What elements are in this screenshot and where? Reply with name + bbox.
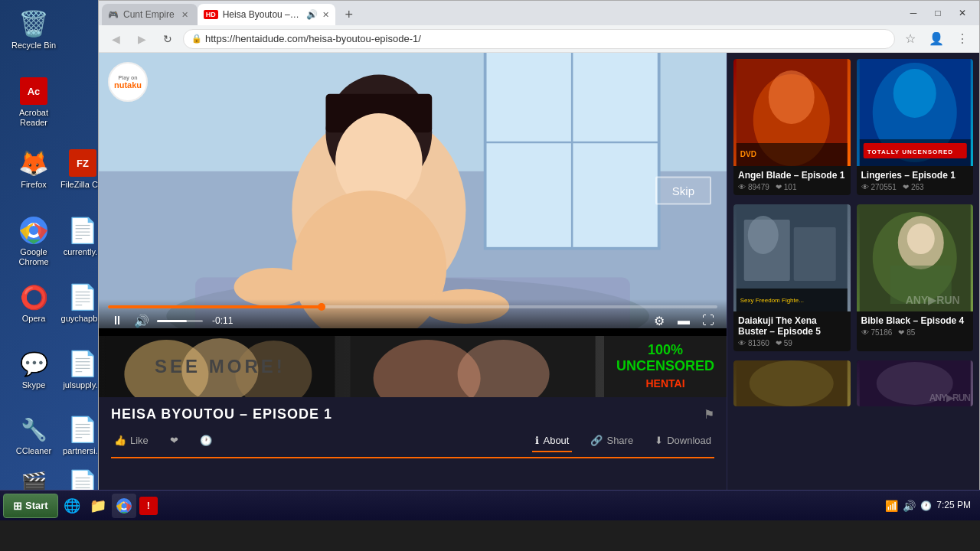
bookmark-button[interactable]: ☆ <box>900 28 921 50</box>
profile-button[interactable]: 👤 <box>926 28 947 50</box>
bible-black-stats: 👁 75186 ❤ 85 <box>861 328 969 337</box>
desktop: 🗑️ Recycle Bin Ac Acrobat Reader 🦊 Firef… <box>0 0 980 520</box>
start-label: Start <box>25 500 48 511</box>
svg-text:DVD: DVD <box>740 150 756 158</box>
like-button[interactable]: 👍 Like <box>111 430 152 451</box>
angel-blade-likes: ❤ 101 <box>776 183 797 191</box>
share-icon: 🔗 <box>590 435 603 446</box>
angel-blade-title: Angel Blade – Episode 1 <box>738 170 846 181</box>
download-tab[interactable]: ⬇ Download <box>652 430 714 451</box>
ccleaner-label: CCleaner <box>16 446 51 456</box>
progress-bar[interactable] <box>108 305 717 308</box>
svg-point-38 <box>748 216 779 254</box>
desktop-icon-acrobat[interactable]: Ac Acrobat Reader <box>3 73 64 130</box>
opera-label: Opera <box>22 314 46 324</box>
fullscreen-button[interactable]: ⛶ <box>699 311 717 330</box>
tray-time[interactable]: 7:25 PM <box>936 500 971 512</box>
url-bar[interactable]: 🔒 https://hentaidude.com/heisa-byoutou-e… <box>183 29 895 49</box>
sidebar-card-lingeries[interactable]: TOTALLY UNCENSORED Lingeries – Episode 1… <box>857 59 974 195</box>
svg-point-44 <box>906 223 934 254</box>
flag-button[interactable]: ⚑ <box>704 407 714 422</box>
heart-icon: ❤ <box>170 435 178 446</box>
sidebar-card-extra2[interactable]: ANY▶RUN <box>857 360 974 406</box>
sidebar-card-extra1[interactable] <box>733 360 851 406</box>
partnersi-label: partnersi... <box>63 446 103 456</box>
uncensored-label: 100%UNCENSOREDHENTAI <box>616 342 714 392</box>
taskbar-chrome-button[interactable] <box>112 494 136 518</box>
sidebar-row-1: DVD Angel Blade – Episode 1 👁 89479 ❤ 10… <box>733 59 973 195</box>
close-button[interactable]: ✕ <box>952 5 973 21</box>
spacer <box>230 430 518 451</box>
tray-volume-icon[interactable]: 🔊 <box>903 500 916 512</box>
svg-point-48 <box>750 360 834 406</box>
skip-button[interactable]: Skip <box>655 177 711 205</box>
forward-button[interactable]: ▶ <box>131 28 152 50</box>
nutaku-badge: Play on nutaku <box>108 62 148 102</box>
daiakuji-thumb: Sexy Freedom Fighte... <box>733 204 851 311</box>
taskbar-av-button[interactable]: ! <box>139 497 158 515</box>
new-tab-button[interactable]: + <box>338 4 360 25</box>
settings-button[interactable]: ⚙ <box>650 311 668 330</box>
sidebar-card-bible-black[interactable]: ANY▶RUN Bible Black – Episode 4 👁 75186 … <box>857 204 974 351</box>
chrome-icon <box>18 215 49 246</box>
taskbar-folder-button[interactable]: 📁 <box>86 494 110 518</box>
theater-button[interactable]: ▬ <box>675 311 693 330</box>
sidebar-card-daiakuji[interactable]: Sexy Freedom Fighte... Daiakuji The Xena… <box>733 204 851 351</box>
about-label: About <box>543 435 569 446</box>
daiakuji-title: Daiakuji The Xena Buster – Episode 5 <box>738 315 846 337</box>
url-text: https://hentaidude.com/heisa-byoutou-epi… <box>205 33 421 44</box>
daiakuji-stats: 👁 81360 ❤ 59 <box>738 339 846 347</box>
address-bar: ◀ ▶ ↻ 🔒 https://hentaidude.com/heisa-byo… <box>99 25 979 53</box>
desktop-icon-recycle-bin[interactable]: 🗑️ Recycle Bin <box>3 6 64 53</box>
tab-heisa[interactable]: HD Heisa Byoutou – Episode 1 | He... 🔊 ✕ <box>198 4 335 25</box>
heart-button[interactable]: ❤ <box>167 430 181 451</box>
progress-thumb <box>318 303 325 311</box>
tab-sound-icon: 🔊 <box>306 9 318 20</box>
menu-button[interactable]: ⋮ <box>952 28 973 50</box>
video-actions: 👍 Like ❤ 🕐 ℹ About <box>111 430 714 458</box>
video-title: HEISA BYOUTOU – EPISODE 1 <box>111 406 332 422</box>
back-button[interactable]: ◀ <box>105 28 126 50</box>
bible-black-likes: ❤ 85 <box>898 328 915 337</box>
pause-button[interactable]: ⏸ <box>108 311 126 330</box>
about-tab[interactable]: ℹ About <box>532 430 572 452</box>
tab-cunt-empire-favicon: 🎮 <box>108 9 119 20</box>
taskbar-ie-button[interactable]: 🌐 <box>60 494 84 518</box>
window-controls: ─ □ ✕ <box>903 5 976 21</box>
daiakuji-views: 👁 81360 <box>738 339 769 347</box>
extra1-thumb <box>733 360 851 406</box>
video-player[interactable]: Play on nutaku <box>99 53 727 336</box>
bible-black-views: 👁 75186 <box>861 328 893 337</box>
tab-heisa-label: Heisa Byoutou – Episode 1 | He... <box>223 9 302 20</box>
svg-text:TOTALLY UNCENSORED: TOTALLY UNCENSORED <box>867 148 952 155</box>
tab-heisa-close[interactable]: ✕ <box>322 8 329 21</box>
lingeries-stats: 👁 270551 ❤ 263 <box>861 183 969 191</box>
lock-icon: 🔒 <box>191 34 202 44</box>
like-label: Like <box>130 435 149 446</box>
angel-blade-thumb: DVD <box>733 59 851 166</box>
sidebar-card-angel-blade[interactable]: DVD Angel Blade – Episode 1 👁 89479 ❤ 10… <box>733 59 851 195</box>
minimize-button[interactable]: ─ <box>903 5 924 21</box>
firefox-label: Firefox <box>21 180 47 190</box>
lingeries-likes: ❤ 263 <box>903 183 924 191</box>
volume-bar[interactable] <box>157 320 203 322</box>
tab-cunt-empire[interactable]: 🎮 Cunt Empire ✕ <box>102 4 198 25</box>
lingeries-title: Lingeries – Episode 1 <box>861 170 969 181</box>
banner-ad[interactable]: SEE MORE! 100%UNC <box>99 336 727 397</box>
tray-network-icon[interactable]: 📶 <box>885 500 898 512</box>
reload-button[interactable]: ↻ <box>157 28 178 50</box>
nutaku-brand: nutaku <box>114 80 142 90</box>
start-button[interactable]: ⊞ Start <box>3 494 58 518</box>
svg-point-2 <box>29 226 38 235</box>
share-label: Share <box>606 435 633 446</box>
share-tab[interactable]: 🔗 Share <box>587 430 636 451</box>
tab-cunt-empire-close[interactable]: ✕ <box>179 8 191 21</box>
volume-button[interactable]: 🔊 <box>132 311 151 330</box>
tray-clock-icon[interactable]: 🕐 <box>920 500 932 511</box>
currently-label: currently... <box>64 247 103 257</box>
svg-point-26 <box>769 70 815 124</box>
acrobat-label: Acrobat Reader <box>5 108 62 128</box>
angel-blade-stats: 👁 89479 ❤ 101 <box>738 183 846 191</box>
maximize-button[interactable]: □ <box>927 5 949 21</box>
watch-later-button[interactable]: 🕐 <box>197 430 215 451</box>
